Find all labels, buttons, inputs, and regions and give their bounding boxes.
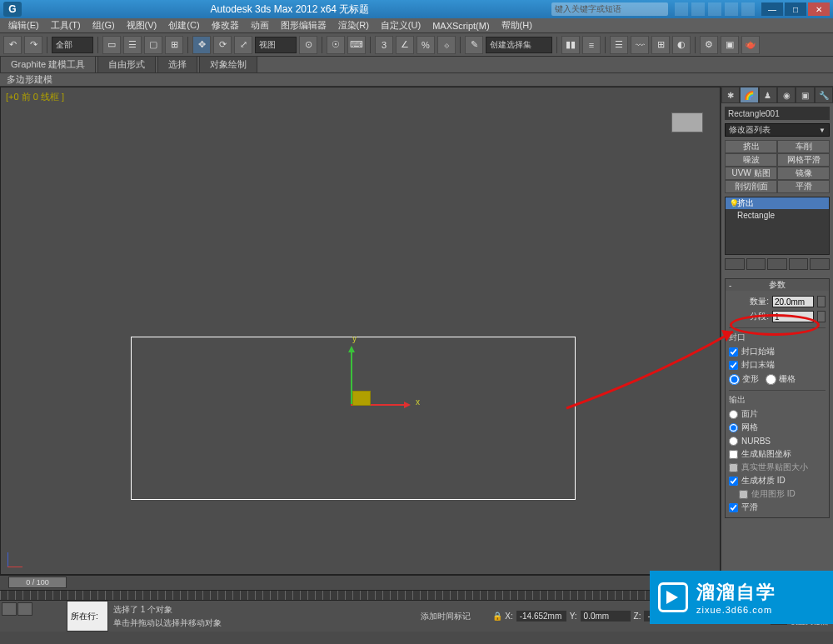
make-unique-button[interactable] <box>767 258 787 270</box>
snap-toggle-button[interactable]: 3 <box>375 36 393 54</box>
render-setup-button[interactable]: ⚙ <box>700 36 718 54</box>
redo-button[interactable]: ↷ <box>24 36 42 54</box>
menu-customize[interactable]: 自定义(U) <box>376 19 426 32</box>
modbtn-uvwmap[interactable]: UVW 贴图 <box>725 167 777 180</box>
param-amount-spinner[interactable] <box>817 296 826 307</box>
spinner-snap-button[interactable]: ⟐ <box>437 36 456 54</box>
stack-item-extrude[interactable]: 💡挤出 <box>726 197 829 209</box>
output-nurbs-radio[interactable] <box>729 437 738 446</box>
layer-manager-button[interactable]: ☰ <box>610 36 628 54</box>
close-button[interactable]: ✕ <box>808 2 830 16</box>
undo-button[interactable]: ↶ <box>3 36 22 54</box>
selection-filter[interactable]: 全部 <box>52 37 93 53</box>
viewcube[interactable] <box>671 112 703 132</box>
pin-stack-button[interactable] <box>725 258 745 270</box>
cap-grid-radio[interactable] <box>766 374 776 385</box>
tab-hierarchy[interactable]: ♟ <box>759 87 777 103</box>
modbtn-extrude[interactable]: 挤出 <box>725 140 777 153</box>
use-pivot-center-button[interactable]: ⊙ <box>299 36 317 54</box>
ribbon-tab-selection[interactable]: 选择 <box>157 56 197 73</box>
modbtn-smooth[interactable]: 平滑 <box>777 180 830 193</box>
exchange-icon[interactable] <box>708 2 721 16</box>
maximize-button[interactable]: □ <box>785 2 806 16</box>
manipulate-button[interactable]: ☉ <box>327 36 345 54</box>
modbtn-mirror[interactable]: 镜像 <box>777 167 830 180</box>
angle-snap-button[interactable]: ∠ <box>396 36 414 54</box>
gen-mat-id-checkbox[interactable] <box>729 477 738 486</box>
modbtn-slice[interactable]: 剖切剖面 <box>725 180 777 193</box>
menu-modifiers[interactable]: 修改器 <box>207 19 244 32</box>
tab-modify[interactable]: 🌈 <box>740 87 758 103</box>
viewport-label[interactable]: [+0 前 0 线框 ] <box>6 91 64 103</box>
modifier-stack[interactable]: 💡挤出 Rectangle <box>725 197 830 255</box>
render-production-button[interactable]: 🫖 <box>741 36 760 54</box>
menu-grapheditors[interactable]: 图形编辑器 <box>276 19 332 32</box>
ref-coord-system[interactable]: 视图 <box>255 37 297 53</box>
ribbon-tab-freeform[interactable]: 自由形式 <box>97 56 156 73</box>
menu-group[interactable]: 组(G) <box>87 19 120 32</box>
gizmo-xy-plane[interactable] <box>352 391 371 406</box>
configure-sets-button[interactable] <box>810 258 830 270</box>
align-button[interactable]: ≡ <box>582 36 601 54</box>
ribbon-tab-graphite[interactable]: Graphite 建模工具 <box>0 56 96 73</box>
select-move-button[interactable]: ✥ <box>192 36 211 54</box>
gen-map-checkbox[interactable] <box>729 450 738 459</box>
menu-maxscript[interactable]: MAXScript(M) <box>427 21 494 31</box>
remove-modifier-button[interactable] <box>789 258 809 270</box>
output-mesh-radio[interactable] <box>729 423 738 432</box>
tab-create[interactable]: ✱ <box>721 87 740 103</box>
favorites-icon[interactable] <box>725 2 738 16</box>
param-segments-spinner[interactable] <box>817 311 826 322</box>
material-editor-button[interactable]: ◐ <box>672 36 691 54</box>
ribbon-tab-paint[interactable]: 对象绘制 <box>199 56 257 73</box>
named-selection-set[interactable]: 创建选择集 <box>486 37 552 53</box>
time-slider-handle[interactable]: 0 / 100 <box>8 577 67 588</box>
keyboard-shortcut-button[interactable]: ⌨ <box>347 36 366 54</box>
select-rotate-button[interactable]: ⟳ <box>213 36 232 54</box>
menu-edit[interactable]: 编辑(E) <box>3 19 44 32</box>
rendered-frame-button[interactable]: ▣ <box>721 36 739 54</box>
viewport-front[interactable]: [+0 前 0 线框 ] y x <box>0 87 721 575</box>
mirror-button[interactable]: ▮▮ <box>561 36 580 54</box>
output-patch-radio[interactable] <box>729 410 738 419</box>
schematic-view-button[interactable]: ⊞ <box>651 36 670 54</box>
add-time-tag-button[interactable]: 添加时间标记 <box>421 601 487 632</box>
lock-selection-button[interactable] <box>17 602 32 616</box>
percent-snap-button[interactable]: % <box>416 36 435 54</box>
modbtn-noise[interactable]: 噪波 <box>725 153 777 167</box>
help-search-input[interactable]: 键入关键字或短语 <box>551 2 668 16</box>
tab-motion[interactable]: ◉ <box>777 87 796 103</box>
cap-end-checkbox[interactable] <box>729 361 738 370</box>
stack-item-rectangle[interactable]: Rectangle <box>726 209 829 221</box>
select-region-button[interactable]: ▢ <box>144 36 162 54</box>
use-shape-id-checkbox[interactable] <box>739 490 748 499</box>
menu-help[interactable]: 帮助(H) <box>496 19 537 32</box>
modbtn-lathe[interactable]: 车削 <box>777 140 830 153</box>
maxscript-mini-button[interactable] <box>2 602 17 616</box>
menu-create[interactable]: 创建(C) <box>163 19 204 32</box>
select-by-name-button[interactable]: ☰ <box>123 36 142 54</box>
modifier-list-dropdown[interactable]: 修改器列表 <box>725 123 830 137</box>
real-world-checkbox[interactable] <box>729 463 738 472</box>
select-scale-button[interactable]: ⤢ <box>234 36 252 54</box>
tab-utilities[interactable]: 🔧 <box>815 87 833 103</box>
window-crossing-button[interactable]: ⊞ <box>165 36 183 54</box>
coord-y-input[interactable]: 0.0mm <box>581 611 631 622</box>
tab-display[interactable]: ▣ <box>796 87 814 103</box>
rollout-header-params[interactable]: 参数 <box>726 279 829 291</box>
search-icon[interactable] <box>675 2 688 16</box>
coord-x-input[interactable]: -14.652mm <box>516 611 566 622</box>
minimize-button[interactable]: — <box>761 2 783 16</box>
smooth-checkbox[interactable] <box>729 503 738 512</box>
menu-animation[interactable]: 动画 <box>246 19 274 32</box>
cap-morph-radio[interactable] <box>729 374 740 385</box>
param-amount-input[interactable]: 20.0mm <box>772 296 814 307</box>
cap-start-checkbox[interactable] <box>729 347 738 357</box>
param-segments-input[interactable]: 1 <box>772 311 814 322</box>
scene-rectangle-object[interactable] <box>131 337 576 500</box>
subscription-icon[interactable] <box>691 2 705 16</box>
edit-selection-set-button[interactable]: ✎ <box>465 36 483 54</box>
menu-rendering[interactable]: 渲染(R) <box>333 19 374 32</box>
select-object-button[interactable]: ▭ <box>102 36 121 54</box>
menu-views[interactable]: 视图(V) <box>122 19 162 32</box>
